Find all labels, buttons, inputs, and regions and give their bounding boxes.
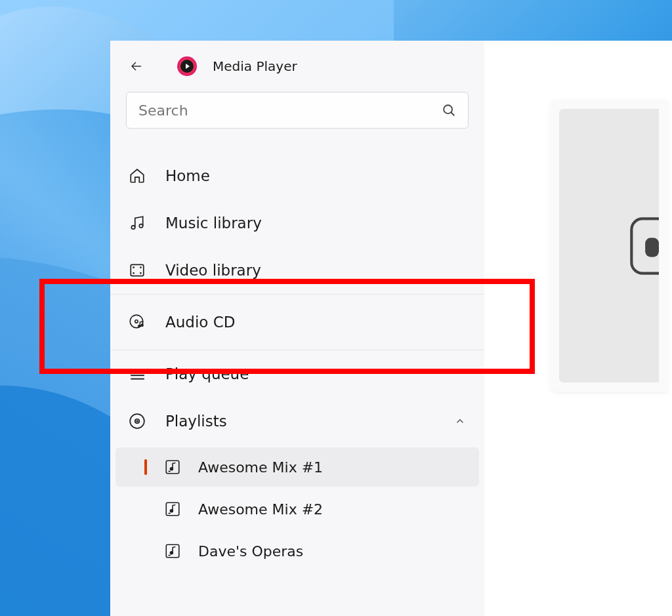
playlist-label: Awesome Mix #1	[198, 459, 323, 476]
queue-icon	[129, 365, 146, 382]
nav-label: Play queue	[165, 365, 466, 382]
back-arrow-icon	[129, 58, 144, 74]
playlist-icon	[164, 459, 181, 476]
video-icon	[129, 262, 146, 279]
search-icon	[442, 103, 456, 117]
svg-point-7	[133, 273, 134, 274]
sidebar-item-video-library[interactable]: Video library	[110, 247, 484, 294]
sidebar: Media Player Home	[110, 41, 484, 616]
content-thumbnail	[559, 109, 659, 382]
playlist-item[interactable]: Awesome Mix #1	[116, 447, 479, 487]
selection-indicator	[144, 543, 147, 559]
nav-list: Home Music library	[110, 144, 484, 445]
svg-point-12	[138, 325, 140, 327]
svg-point-11	[135, 320, 138, 323]
music-icon	[129, 215, 146, 232]
svg-point-6	[133, 267, 134, 268]
svg-point-9	[140, 273, 141, 274]
playlist-icon	[164, 501, 181, 518]
svg-point-4	[139, 224, 142, 228]
cd-icon	[129, 314, 146, 331]
content-pane	[484, 41, 672, 616]
sidebar-item-playlists[interactable]: Playlists	[110, 398, 484, 445]
header: Media Player	[110, 56, 484, 92]
selection-indicator	[144, 501, 147, 517]
search-input[interactable]	[138, 102, 442, 119]
playlist-item[interactable]: Awesome Mix #2	[116, 489, 479, 529]
sidebar-item-audio-cd[interactable]: Audio CD	[110, 294, 484, 350]
search-box[interactable]	[126, 92, 469, 129]
svg-point-27	[170, 552, 173, 554]
svg-point-1	[444, 105, 452, 113]
app-title: Media Player	[213, 58, 297, 74]
sidebar-item-home[interactable]: Home	[110, 152, 484, 199]
svg-rect-5	[131, 264, 144, 276]
svg-rect-29	[645, 237, 659, 257]
svg-point-8	[140, 267, 141, 268]
back-button[interactable]	[129, 58, 144, 74]
playlist-list: Awesome Mix #1 Awesome Mix #2	[110, 447, 484, 571]
playlist-icon	[164, 543, 181, 560]
content-card[interactable]	[550, 100, 668, 392]
chevron-up-icon	[454, 415, 466, 427]
playlist-label: Awesome Mix #2	[198, 501, 323, 518]
home-icon	[129, 167, 146, 184]
sidebar-item-music-library[interactable]: Music library	[110, 199, 484, 247]
nav-label: Audio CD	[165, 314, 466, 331]
svg-point-24	[170, 510, 173, 512]
svg-line-2	[451, 112, 454, 115]
playlist-item[interactable]: Dave's Operas	[116, 531, 479, 571]
nav-label: Home	[165, 167, 466, 184]
nav-label: Music library	[165, 215, 466, 232]
svg-point-3	[131, 226, 135, 229]
playlist-label: Dave's Operas	[198, 543, 303, 560]
nav-label: Playlists	[165, 413, 434, 430]
playlists-icon	[129, 413, 146, 430]
selection-indicator	[144, 459, 147, 475]
sidebar-item-play-queue[interactable]: Play queue	[110, 350, 484, 398]
svg-point-13	[141, 324, 143, 326]
nav-label: Video library	[165, 262, 466, 279]
media-player-window: Media Player Home	[110, 41, 672, 616]
svg-point-19	[136, 421, 138, 422]
app-logo-icon	[177, 56, 197, 76]
svg-point-21	[170, 468, 173, 470]
